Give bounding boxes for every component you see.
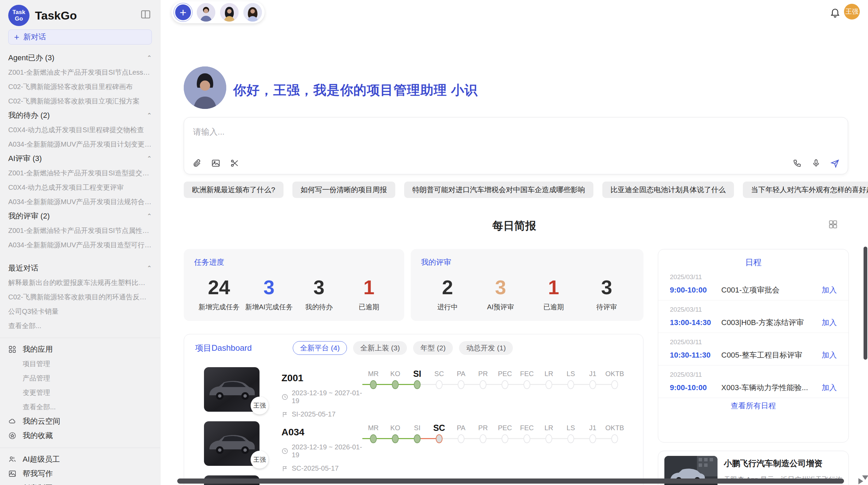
project-name: A034 [281,427,362,438]
sidebar-item[interactable]: C02-飞腾新能源轻客改款项目立项汇报方案 [8,94,152,108]
milestone-dot [589,380,596,389]
sidebar-item[interactable]: Z001-全新燃油轻卡产品开发项目SI造型提交物评审 [8,166,152,180]
section-recent-chats[interactable]: 最近对话 ⌃ [8,261,152,275]
milestone-label: MR [362,422,384,434]
notification-bell-icon[interactable] [830,7,841,18]
logo-text-2: Go [15,15,23,22]
recent-chat-item[interactable]: 公司Q3轻卡销量 [8,304,152,319]
suggestion-chip[interactable]: 欧洲新规最近颁布了什么? [184,182,284,198]
send-icon[interactable] [830,159,840,168]
suggestion-chip[interactable]: 特朗普可能对进口汽车增税会对中国车企造成哪些影响 [404,182,593,198]
sidebar-item-ai-employee[interactable]: AI超级员工 [8,452,152,467]
schedule-item: 2025/03/11 10:30-11:30 C005-整车工程目标评审 加入 [658,333,848,365]
avatar[interactable] [220,3,239,22]
join-link[interactable]: 加入 [822,383,837,393]
stat-value: 3 [294,274,344,300]
chevron-up-icon: ⌃ [147,155,152,162]
add-conversation-button[interactable]: + [174,3,192,21]
stat-value: 1 [527,274,580,300]
phone-call-icon[interactable] [793,159,802,168]
sidebar-item-help-write[interactable]: 帮我写作 [8,467,152,481]
project-date-range: 2023-12-19 ~ 2027-01-19 [292,389,362,405]
chat-input-card[interactable]: 请输入... [184,117,848,174]
scroll-down-arrow[interactable] [862,475,868,480]
schedule-date: 2025/03/11 [670,338,837,346]
join-link[interactable]: 加入 [822,318,837,328]
schedule-date: 2025/03/11 [670,273,837,281]
schedule-date: 2025/03/11 [670,306,837,313]
microphone-icon[interactable] [811,159,821,168]
tab-year-model[interactable]: 年型 (2) [413,341,453,355]
milestone-label: PEC [494,422,516,434]
milestone-dot [611,434,618,443]
new-chat-button[interactable]: + 新对话 [8,29,152,45]
tab-new-platform[interactable]: 全新平台 (4) [293,341,347,355]
join-link[interactable]: 加入 [822,350,837,360]
stat-label: 新增完成任务 [194,302,244,312]
project-row[interactable]: 王强 A034 2023-12-19 ~ 2026-01-19 SC-2025-… [184,412,643,466]
milestone-dot [611,380,618,389]
milestone-label-current: SI [406,368,428,380]
tab-new-body[interactable]: 全新上装 (3) [353,341,407,355]
milestone-dot [480,380,486,389]
section-ai-review[interactable]: AI评审 (3) ⌃ [8,151,152,166]
schedule-time: 9:00-10:00 [670,383,721,392]
suggestion-chip[interactable]: 当下年轻人对汽车外观有怎样的喜好趋势 [743,182,868,198]
milestone-label: J1 [582,368,604,380]
sidebar-item-project-mgmt[interactable]: 项目管理 [8,357,152,371]
cloud-icon [8,417,16,425]
sidebar-item[interactable]: Z001-全新燃油皮卡产品开发项目SI节点Lesson Learn报告 [8,65,152,79]
sidebar-item[interactable]: C02-飞腾新能源轻客改款项目里程碑画布 [8,79,152,94]
news-title: 小鹏飞行汽车制造公司增资 [724,458,842,469]
app-title: TaskGo [35,9,77,22]
avatar[interactable] [243,3,262,22]
milestone-dot [567,434,574,443]
view-all-schedule-link[interactable]: 查看所有日程 [658,401,848,411]
scissors-icon[interactable] [230,159,239,168]
sidebar-item-creative-draw[interactable]: 创意制图 [8,481,152,485]
milestone-label: FEC [516,368,538,380]
milestone-label: SC [428,368,450,380]
recent-chat-item[interactable]: C02-飞腾新能源轻客改款项目的闭环通告反馈情况 [8,290,152,304]
milestone-label: PR [472,422,494,434]
apps-view-all[interactable]: 查看全部... [8,400,152,414]
sidebar-item-product-mgmt[interactable]: 产品管理 [8,371,152,385]
suggestion-chip[interactable]: 如何写一份清晰的项目周报 [292,182,395,198]
sidebar-item-cloud-space[interactable]: 我的云空间 [8,414,152,428]
sidebar-item[interactable]: C0X4-动力总成开发项目工程变更评审 [8,180,152,195]
sidebar-item[interactable]: A034-全新新能源MUV产品开发项目造型可行性评审 [8,238,152,252]
suggestion-chip[interactable]: 比亚迪全固态电池计划具体说了什么 [602,182,734,198]
sidebar-collapse-icon[interactable] [140,9,151,20]
milestone-dot [458,380,465,389]
attachment-icon[interactable] [192,159,202,168]
user-avatar-badge[interactable]: 王强 [844,4,860,20]
image-upload-icon[interactable] [211,159,220,168]
section-my-review[interactable]: 我的评审 (2) ⌃ [8,209,152,223]
milestone-dot [414,434,421,443]
section-my-todo[interactable]: 我的待办 (2) ⌃ [8,108,152,123]
tab-powertrain[interactable]: 动总开发 (1) [459,341,513,355]
milestone-label: LS [560,422,582,434]
clock-icon [281,448,288,455]
sidebar-item[interactable]: C0X4-动力总成开发项目SI里程碑提交物检查 [8,123,152,137]
avatar[interactable] [197,3,215,22]
sidebar-item[interactable]: A034-全新新能源MUV产品开发项目法规符合性评审 [8,195,152,209]
stat-label: AI预评审 [474,302,527,312]
vertical-scrollbar[interactable] [864,247,867,360]
section-agent-done[interactable]: Agent已办 (3) ⌃ [8,51,152,65]
horizontal-scrollbar[interactable] [177,478,844,484]
sidebar-item[interactable]: Z001-全新燃油轻卡产品开发项目SI节点属性5D文件评审 [8,223,152,238]
milestone-dot [480,434,486,443]
sidebar-item[interactable]: A034-全新新能源MUV产品开发项目计划变更表编写 [8,137,152,151]
layout-grid-icon[interactable] [828,220,838,229]
join-link[interactable]: 加入 [822,285,837,295]
project-row[interactable]: 王强 Z001 2023-12-19 ~ 2027-01-19 SI-2025-… [184,358,643,412]
stat-label: 已逾期 [344,302,394,312]
recent-view-all[interactable]: 查看全部... [8,319,152,333]
sidebar-item-change-mgmt[interactable]: 变更管理 [8,385,152,400]
schedule-event-title: C003|H0B-方案冻结评审 [721,318,817,328]
sidebar-item-my-apps[interactable]: 我的应用 [8,342,152,357]
project-date-range: 2023-12-19 ~ 2026-01-19 [292,443,362,459]
sidebar-item-favorites[interactable]: 我的收藏 [8,428,152,443]
recent-chat-item[interactable]: 解释最新出台的欧盟报废车法规再生塑料比例被调至15%... [8,275,152,290]
